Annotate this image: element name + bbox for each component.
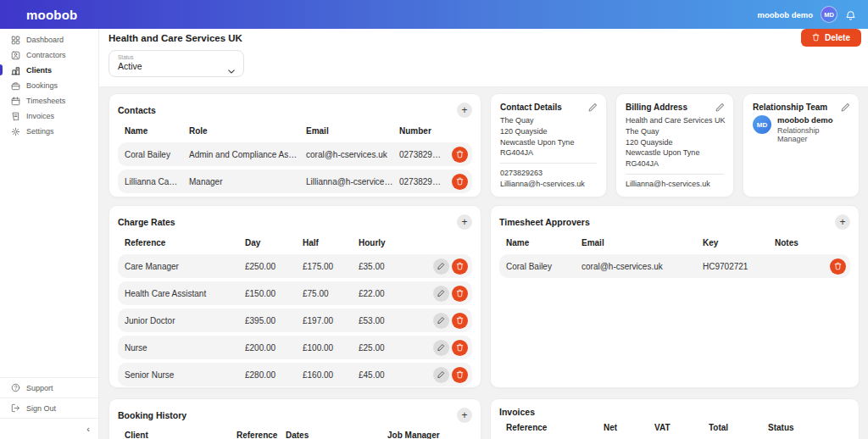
delete-row-button[interactable] <box>452 367 468 383</box>
column-header-status: Status <box>768 423 850 432</box>
add-timesheet-approver-button[interactable]: + <box>835 214 850 230</box>
billing-address-lines: Health and Care Services UKThe Quay120 Q… <box>626 115 724 169</box>
plus-icon: + <box>839 217 845 227</box>
add-booking-button[interactable]: + <box>457 408 472 423</box>
status-select-label: Status <box>118 54 235 60</box>
edit-row-button[interactable] <box>433 258 449 275</box>
sidebar-item-dashboard[interactable]: Dashboard <box>0 32 98 47</box>
sidebar-nav: DashboardContractorsClientsBookingsTimes… <box>0 29 98 139</box>
delete-row-button[interactable] <box>452 313 468 329</box>
edit-billing-address-button[interactable] <box>715 102 725 111</box>
status-select[interactable]: Status Active <box>108 50 244 77</box>
edit-row-button[interactable] <box>433 286 449 302</box>
sidebar-item-label: Settings <box>26 127 54 136</box>
table-row: Care Manager£250.00£175.00£35.00 <box>118 254 472 278</box>
chevron-left-icon[interactable]: ‹ <box>86 425 90 434</box>
sidebar-item-label: Contractors <box>26 51 66 59</box>
cell-name: Coral Bailey <box>506 262 581 271</box>
row-actions <box>447 147 472 163</box>
column-header-reference: Reference <box>506 423 604 432</box>
trash-icon <box>456 262 464 270</box>
sidebar-item-settings[interactable]: Settings <box>0 124 98 139</box>
team-member-name: moobob demo <box>777 115 849 125</box>
edit-relationship-team-button[interactable] <box>841 102 850 111</box>
cell-name: Coral Bailey <box>125 150 189 159</box>
sidebar-item-invoices[interactable]: Invoices <box>0 108 98 124</box>
delete-row-button[interactable] <box>452 258 468 275</box>
row-actions <box>428 258 472 275</box>
row-actions <box>428 367 472 383</box>
table-row: Lillianna CampoManagerLillianna@h-cservi… <box>118 169 472 193</box>
sidebar-item-contractors[interactable]: Contractors <box>0 47 98 63</box>
column-header-total: Total <box>709 423 768 432</box>
row-actions <box>825 258 850 275</box>
plus-icon: + <box>461 105 467 115</box>
contacts-title: Contacts <box>118 105 156 115</box>
delete-row-button[interactable] <box>830 258 846 275</box>
sidebar: DashboardContractorsClientsBookingsTimes… <box>0 29 99 439</box>
invoices-icon <box>11 112 20 121</box>
plus-icon: + <box>461 217 467 227</box>
text-line: The Quay <box>500 115 597 126</box>
cell-reference: Senior Nurse <box>125 370 245 380</box>
text-line: 120 Quayside <box>500 126 597 137</box>
column-header-vat: VAT <box>654 423 709 432</box>
booking-history-card: Booking History + ClientReferenceDatesJo… <box>108 398 481 439</box>
app-logo: moobob <box>26 8 77 22</box>
sidebar-collapse-row: ‹ <box>0 418 98 439</box>
avatar: MD <box>753 115 771 134</box>
edit-row-button[interactable] <box>433 313 449 329</box>
sidebar-item-support[interactable]: Support <box>0 377 98 397</box>
contact-details-address: The Quay120 QuaysideNewcastle Upon TyneR… <box>500 115 597 158</box>
cell-day: £150.00 <box>245 289 303 298</box>
delete-row-button[interactable] <box>452 174 468 190</box>
bell-icon[interactable] <box>845 9 856 20</box>
edit-row-button[interactable] <box>433 340 449 356</box>
cell-half: £197.00 <box>303 316 359 325</box>
clients-icon <box>11 66 20 75</box>
avatar[interactable]: MD <box>821 6 837 23</box>
cell-number: 0273829263 <box>399 177 447 186</box>
timesheet-approvers-header-row: NameEmailKeyNotes <box>499 230 850 254</box>
main-content: Health and Care Services UK Delete Statu… <box>99 29 868 439</box>
edit-row-button[interactable] <box>433 367 449 383</box>
sidebar-item-clients[interactable]: Clients <box>0 63 98 78</box>
dashboard-icon <box>11 36 20 45</box>
trash-icon <box>812 33 820 43</box>
pencil-icon <box>437 343 445 352</box>
table-row: Nurse£200.00£100.00£25.00 <box>118 336 472 359</box>
trash-icon <box>456 150 464 158</box>
column-header-email: Email <box>581 238 703 247</box>
topbar-user-name: moobob demo <box>758 10 813 19</box>
cell-day: £200.00 <box>245 343 303 353</box>
cell-day: £395.00 <box>245 316 303 325</box>
sidebar-item-timesheets[interactable]: Timesheets <box>0 93 98 108</box>
edit-contact-details-button[interactable] <box>588 102 598 111</box>
delete-client-button[interactable]: Delete <box>801 29 861 47</box>
add-contact-button[interactable]: + <box>457 103 472 118</box>
cell-hourly: £35.00 <box>359 262 428 271</box>
add-charge-rate-button[interactable]: + <box>457 214 472 230</box>
sign-out-icon <box>11 403 20 413</box>
timesheet-approvers-title: Timesheet Approvers <box>499 217 590 227</box>
booking-history-header-row: ClientReferenceDatesJob Manager <box>118 423 472 439</box>
text-line: 0273829263 <box>500 168 597 179</box>
pencil-icon <box>437 289 445 297</box>
column-header-day: Day <box>245 238 303 247</box>
sidebar-item-label: Invoices <box>26 112 54 120</box>
sidebar-item-sign-out[interactable]: Sign Out <box>0 397 98 418</box>
chevron-down-icon <box>228 62 235 66</box>
timesheets-icon <box>11 97 20 106</box>
relationship-team-title: Relationship Team <box>753 103 849 112</box>
delete-row-button[interactable] <box>452 147 468 163</box>
text-line: RG404JA <box>626 158 724 169</box>
column-header-key: Key <box>703 238 775 247</box>
cell-email: coral@h-cservices.uk <box>306 150 399 159</box>
charge-rates-card: Charge Rates + ReferenceDayHalfHourly Ca… <box>108 205 481 388</box>
cell-reference: Nurse <box>125 343 245 353</box>
pencil-icon <box>715 102 725 114</box>
charge-rates-header-row: ReferenceDayHalfHourly <box>118 230 472 254</box>
delete-row-button[interactable] <box>452 286 468 302</box>
delete-row-button[interactable] <box>452 340 468 356</box>
sidebar-item-bookings[interactable]: Bookings <box>0 78 98 93</box>
